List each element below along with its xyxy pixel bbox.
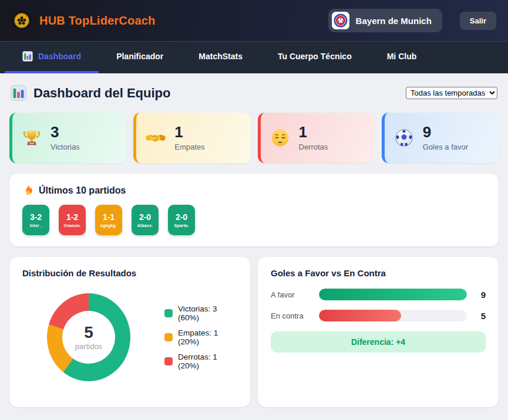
fire-icon [22,185,33,196]
soccer-ball-icon [394,128,414,148]
match-score: 2-0 [139,213,151,221]
goals-for-bar [319,289,467,300]
match-opponent: Inter . [30,223,42,228]
stat-card-derrotas: 1 Derrotas [258,113,375,163]
results-distribution-card: Distribución de Resultados 5 partidos Vi… [9,257,250,407]
charts-row: Distribución de Resultados 5 partidos Vi… [9,257,499,407]
bar-chart-icon [22,51,33,62]
goals-comparison-title: Goles a Favor vs En Contra [271,268,486,278]
recent-matches-title: Últimos 10 partidos [39,185,126,196]
recent-matches-card: Últimos 10 partidos 3-2 Inter . 1-2 Osas… [9,174,499,246]
results-donut: 5 partidos [47,293,130,381]
donut-total-label: partidos [75,342,102,351]
tab-label: Planificador [116,52,163,61]
app-header: HUB TopLiderCoach Bayern de Munich Salir [0,0,508,41]
stat-card-goles: 9 Goles a favor [382,113,499,163]
stat-card-victorias: 3 Victorias [9,113,126,163]
season-select[interactable]: Todas las temporadas [406,87,497,99]
stat-label: Victorias [51,143,80,151]
stat-label: Derrotas [299,143,328,151]
match-score: 2-0 [176,213,187,221]
goal-bar-track [319,289,467,300]
stat-label: Empates [174,143,204,151]
donut-chart-area: 5 partidos Victorias: 3 (60%) Empates: 1… [22,293,237,381]
app-window: HUB TopLiderCoach Bayern de Munich Salir [0,0,508,420]
legend-item: Derrotas: 1 (20%) [164,353,237,370]
goal-bar-track [319,310,467,321]
match-opponent: Albace. [137,223,153,228]
legend-item: Victorias: 3 (60%) [164,304,237,322]
stat-value: 9 [423,124,468,140]
app-logo-icon [12,11,32,31]
legend-item: Empates: 1 (20%) [164,328,237,346]
club-name: Bayern de Munich [356,16,432,26]
club-badge-icon [332,12,349,29]
match-score: 1-2 [66,213,78,221]
tab-label: MatchStats [199,52,243,61]
tab-cuerpo-tecnico[interactable]: Tu Cuerpo Técnico [260,42,369,73]
bar-chart-icon [11,85,26,101]
donut-center: 5 partidos [62,311,115,364]
legend-label: Empates: 1 (20%) [178,328,237,346]
goal-bars: A favor 9 En contra 5 [271,289,486,321]
stats-row: 3 Victorias 1 Empates [9,113,499,163]
recent-matches-title-row: Últimos 10 partidos [22,185,486,196]
tab-dashboard[interactable]: Dashboard [5,42,99,73]
match-chip[interactable]: 2-0 Albace. [132,205,159,235]
match-score: 1-1 [103,213,115,221]
goal-bar-value: 9 [472,290,486,300]
goals-against-bar [319,310,401,321]
match-chip[interactable]: 1-1 kgkgkg. [95,205,122,235]
goals-against-row: En contra 5 [271,310,486,321]
stat-text: 3 Victorias [51,124,80,151]
handshake-icon [146,128,166,148]
match-opponent: kgkgkg. [100,223,117,228]
main-content: Dashboard del Equipo Todas las temporada… [0,73,508,420]
stat-text: 1 Empates [174,124,204,151]
legend-swatch [164,309,173,317]
page-title: Dashboard del Equipo [33,86,406,101]
legend-label: Victorias: 3 (60%) [178,304,237,322]
goal-bar-label: En contra [271,311,319,320]
logout-button[interactable]: Salir [460,12,496,30]
match-chip[interactable]: 1-2 Osasun. [59,205,86,235]
stat-text: 1 Derrotas [299,124,328,151]
tab-mi-club[interactable]: Mi Club [369,42,435,73]
donut-legend: Victorias: 3 (60%) Empates: 1 (20%) Derr… [164,304,237,370]
tab-label: Tu Cuerpo Técnico [278,52,352,61]
trophy-icon [22,128,42,148]
match-score: 3-2 [30,213,42,221]
tab-label: Mi Club [387,52,417,61]
tab-label: Dashboard [38,52,81,61]
tab-planificador[interactable]: Planificador [99,42,181,73]
goal-difference-badge: Diferencia: +4 [271,331,486,353]
goals-comparison-card: Goles a Favor vs En Contra A favor 9 En … [258,257,499,407]
match-chip[interactable]: 2-0 Sparta. [168,205,195,235]
goal-bar-value: 5 [472,311,486,321]
pensive-face-icon [270,128,290,148]
tab-matchstats[interactable]: MatchStats [181,42,260,73]
match-opponent: Sparta. [174,223,189,228]
stat-card-empates: 1 Empates [133,113,250,163]
match-opponent: Osasun. [63,223,80,228]
results-distribution-title: Distribución de Resultados [22,268,237,278]
app-title: HUB TopLiderCoach [39,14,155,28]
legend-swatch [164,357,173,365]
goals-for-row: A favor 9 [271,289,486,300]
legend-swatch [164,333,173,341]
stat-value: 3 [51,124,80,140]
legend-label: Derrotas: 1 (20%) [178,353,237,370]
page-header-row: Dashboard del Equipo Todas las temporada… [11,85,497,101]
match-chips-row: 3-2 Inter . 1-2 Osasun. 1-1 kgkgkg. 2-0 … [22,205,486,235]
goal-bar-label: A favor [271,290,319,299]
stat-label: Goles a favor [423,143,468,151]
stat-value: 1 [299,124,328,140]
match-chip[interactable]: 3-2 Inter . [22,205,49,235]
stat-text: 9 Goles a favor [423,124,468,151]
donut-total: 5 [84,324,93,341]
main-nav: Dashboard Planificador MatchStats Tu Cue… [0,41,508,73]
stat-value: 1 [174,124,204,140]
club-button[interactable]: Bayern de Munich [328,9,442,32]
